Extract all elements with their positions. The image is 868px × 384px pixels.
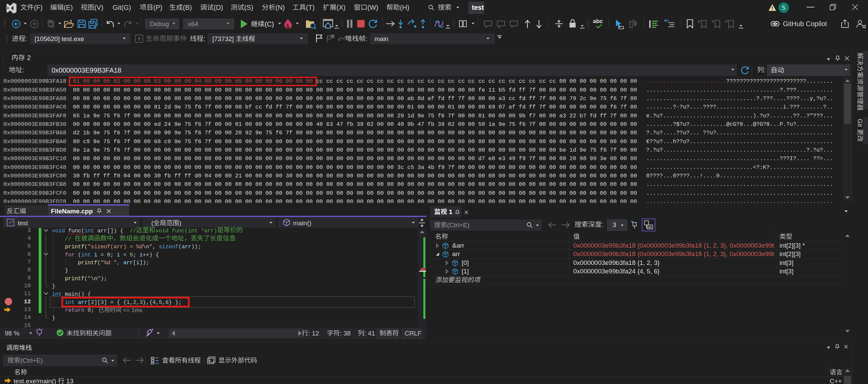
- svg-text:+: +: [11, 219, 13, 224]
- svg-text:ab: ab: [648, 225, 652, 229]
